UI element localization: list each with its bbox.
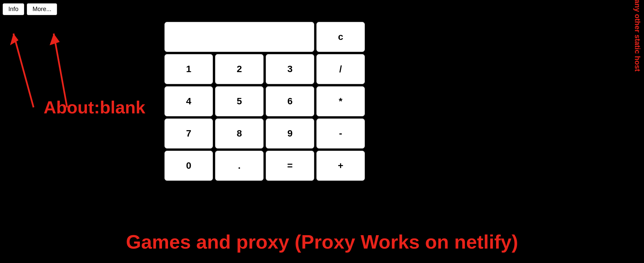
calc-btn-1[interactable]: 1 xyxy=(164,54,213,84)
calc-btn-subtract[interactable]: - xyxy=(316,118,365,149)
calc-btn-multiply[interactable]: * xyxy=(316,86,365,116)
svg-line-2 xyxy=(54,34,67,107)
svg-marker-3 xyxy=(50,34,60,45)
svg-line-0 xyxy=(13,34,34,107)
calc-btn-4[interactable]: 4 xyxy=(164,86,213,116)
info-button[interactable]: Info xyxy=(3,3,24,15)
about-blank-label: About:blank xyxy=(44,97,145,117)
svg-marker-1 xyxy=(10,34,18,45)
top-buttons: Info More... xyxy=(3,3,57,15)
calc-btn-8[interactable]: 8 xyxy=(215,118,264,149)
bottom-text: Games and proxy (Proxy Works on netlify) xyxy=(0,230,644,253)
calc-display xyxy=(164,22,314,52)
side-text: And any other static host xyxy=(633,0,642,71)
calc-btn-7[interactable]: 7 xyxy=(164,118,213,149)
calculator: c 1 2 3 / 4 5 6 * 7 8 9 - 0 . = + xyxy=(164,22,365,181)
calc-btn-5[interactable]: 5 xyxy=(215,86,264,116)
calc-btn-0[interactable]: 0 xyxy=(164,151,213,181)
calc-btn-add[interactable]: + xyxy=(316,151,365,181)
calc-btn-2[interactable]: 2 xyxy=(215,54,264,84)
calc-clear-button[interactable]: c xyxy=(316,22,365,52)
calc-btn-3[interactable]: 3 xyxy=(266,54,314,84)
calc-btn-divide[interactable]: / xyxy=(316,54,365,84)
calc-btn-6[interactable]: 6 xyxy=(266,86,314,116)
calc-btn-9[interactable]: 9 xyxy=(266,118,314,149)
calc-btn-dot[interactable]: . xyxy=(215,151,264,181)
more-button[interactable]: More... xyxy=(27,3,57,15)
calc-btn-equals[interactable]: = xyxy=(266,151,314,181)
